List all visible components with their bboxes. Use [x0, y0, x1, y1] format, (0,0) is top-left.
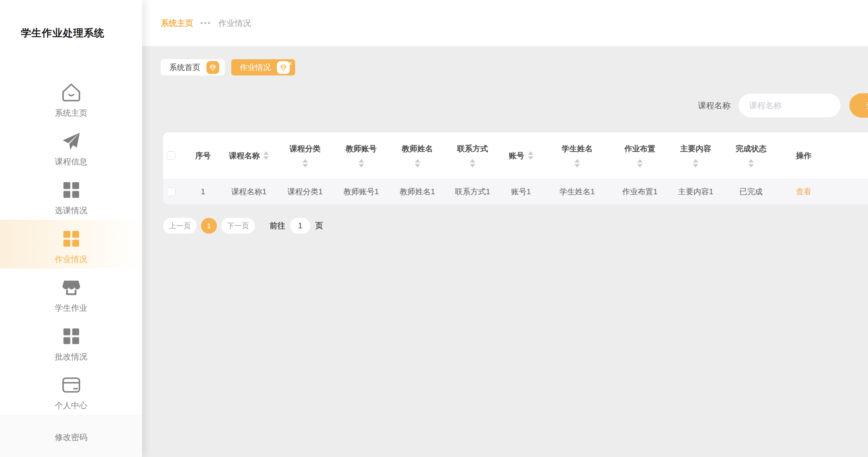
sidebar-item-change-password[interactable]: 修改密码: [0, 415, 142, 457]
column-header-course-category[interactable]: 课程分类: [277, 132, 333, 179]
tab-bar: 系统首页 作业情况 ×: [161, 59, 868, 75]
cell-teacher-name: 教师姓名1: [400, 187, 435, 197]
column-header-account[interactable]: 账号: [500, 132, 542, 179]
breadcrumb-current: 作业情况: [218, 18, 251, 29]
id-card-icon: [61, 375, 82, 395]
column-header-teacher-account[interactable]: 教师账号: [333, 132, 389, 179]
row-checkbox[interactable]: [167, 188, 175, 196]
goto-page-input[interactable]: [290, 218, 310, 234]
breadcrumb-root[interactable]: 系统主页: [161, 18, 193, 29]
sidebar-item-label: 修改密码: [55, 432, 88, 443]
sort-carets-icon[interactable]: [470, 159, 475, 168]
page-number-button[interactable]: 1: [201, 218, 217, 234]
breadcrumb: 系统主页 ••• 作业情况: [142, 0, 868, 46]
cell-course-name: 课程名称1: [231, 187, 266, 197]
sidebar-item-grading-status[interactable]: 批改情况: [0, 317, 142, 366]
grid-icon: [61, 180, 82, 200]
course-name-input[interactable]: [738, 93, 841, 118]
close-icon[interactable]: ×: [288, 60, 292, 67]
tab-label: 作业情况: [240, 62, 271, 73]
cell-completion-status: 已完成: [739, 187, 763, 197]
search-button[interactable]: 查询: [849, 93, 868, 118]
sidebar-item-label: 课程信息: [55, 156, 88, 167]
paper-plane-icon: [61, 131, 82, 152]
sort-carets-icon[interactable]: [415, 159, 420, 168]
goto-label: 前往: [270, 221, 285, 231]
cell-homework-assignment: 作业布置1: [622, 187, 657, 197]
sort-carets-icon[interactable]: [693, 159, 698, 168]
sidebar-item-course-info[interactable]: 课程信息: [0, 122, 142, 171]
column-header-index: 序号: [185, 132, 221, 179]
sort-carets-icon[interactable]: [574, 159, 580, 168]
column-header-completion-status[interactable]: 完成状态: [724, 132, 779, 179]
search-bar: 课程名称 查询: [142, 93, 868, 118]
grid-icon: [61, 326, 82, 347]
sidebar-item-label: 批改情况: [55, 351, 88, 362]
view-link[interactable]: 查看: [796, 187, 811, 197]
sort-carets-icon[interactable]: [303, 159, 308, 168]
sidebar-item-course-selection[interactable]: 选课情况: [0, 171, 142, 220]
sort-carets-icon[interactable]: [748, 159, 754, 168]
cell-course-category: 课程分类1: [287, 187, 323, 197]
tab-homework-status[interactable]: 作业情况 ×: [231, 59, 295, 75]
sidebar-item-label: 学生作业: [55, 303, 88, 313]
sort-carets-icon[interactable]: [528, 151, 533, 160]
sidebar-item-label: 选课情况: [55, 205, 88, 216]
home-icon: [61, 82, 82, 103]
main-area: 系统主页 ••• 作业情况 系统首页 作业情况 × 课程名称 查询 序号: [142, 0, 868, 457]
tab-system-home[interactable]: 系统首页: [161, 59, 225, 75]
sidebar-item-system-home[interactable]: 系统主页: [0, 74, 142, 122]
sort-carets-icon[interactable]: [359, 159, 364, 168]
column-header-student-name[interactable]: 学生姓名: [542, 132, 612, 179]
column-header-course-name[interactable]: 课程名称: [221, 132, 277, 179]
sidebar: 学生作业处理系统 系统主页 课程信息 选课情况 作业情况: [0, 0, 142, 457]
cell-index: 1: [201, 187, 205, 196]
sidebar-item-personal-center[interactable]: 个人中心: [0, 366, 142, 415]
table-header-row: 序号 课程名称 课程分类 教师账号 教师姓名 联系方式: [163, 132, 868, 179]
sidebar-menu: 系统主页 课程信息 选课情况 作业情况 学生作业: [0, 74, 142, 457]
cell-teacher-account: 教师账号1: [344, 187, 379, 197]
next-page-button[interactable]: 下一页: [221, 218, 255, 234]
table-row: 1 课程名称1 课程分类1 教师账号1 教师姓名1 联系方式1 账号1 学生姓名…: [163, 179, 868, 204]
column-header-homework-assignment[interactable]: 作业布置: [612, 132, 668, 179]
cell-main-content: 主要内容1: [678, 187, 713, 197]
column-header-main-content[interactable]: 主要内容: [668, 132, 724, 179]
gem-tag-icon: [206, 61, 219, 74]
column-header-contact[interactable]: 联系方式: [445, 132, 500, 179]
column-header-teacher-name[interactable]: 教师姓名: [389, 132, 445, 179]
app-title: 学生作业处理系统: [0, 0, 142, 40]
shop-icon: [61, 277, 82, 298]
cell-student-name: 学生姓名1: [559, 187, 595, 197]
cell-account: 账号1: [511, 187, 531, 197]
sidebar-item-label: 个人中心: [55, 400, 88, 411]
cell-contact: 联系方式1: [455, 187, 490, 197]
select-all-checkbox[interactable]: [167, 151, 175, 160]
prev-page-button[interactable]: 上一页: [163, 218, 197, 234]
sidebar-item-homework-status[interactable]: 作业情况: [0, 220, 142, 269]
data-table: 序号 课程名称 课程分类 教师账号 教师姓名 联系方式: [163, 132, 868, 204]
sort-carets-icon[interactable]: [637, 159, 643, 168]
pagination: 上一页 1 下一页 前往 页: [163, 218, 868, 234]
breadcrumb-separator-dots: •••: [200, 19, 211, 27]
sidebar-item-student-homework[interactable]: 学生作业: [0, 269, 142, 317]
search-field-label: 课程名称: [698, 100, 730, 111]
page-unit-label: 页: [315, 221, 323, 231]
sidebar-item-label: 系统主页: [55, 108, 88, 118]
column-header-actions: 操作: [779, 132, 829, 179]
sort-carets-icon[interactable]: [263, 151, 269, 160]
sidebar-item-label: 作业情况: [55, 254, 88, 265]
grid-icon: [61, 228, 82, 249]
tab-label: 系统首页: [169, 62, 200, 73]
